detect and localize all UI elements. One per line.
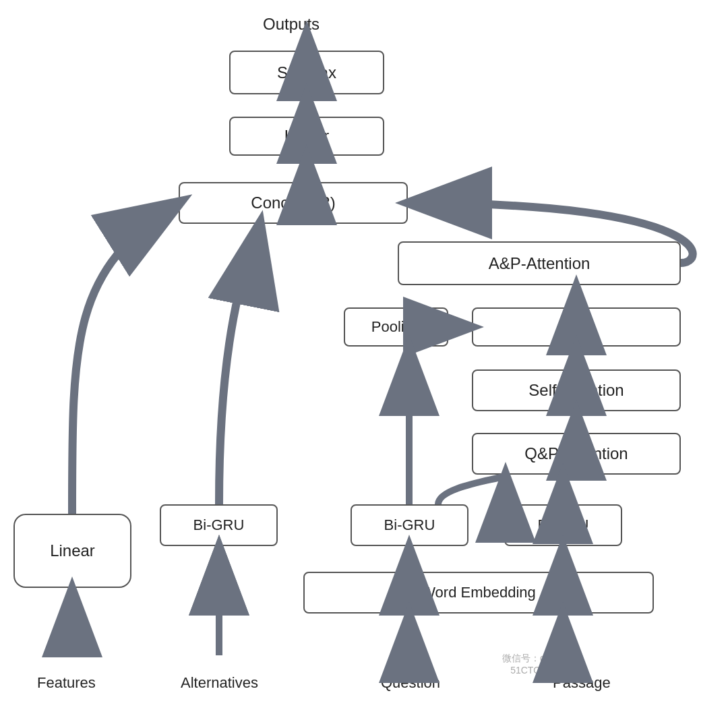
qp-attention-box: Q&P-Attention: [472, 433, 681, 475]
linear-left-box: Linear: [13, 514, 131, 588]
diagram-container: Outputs Softmax Linear Concat(1:2) A&P-A…: [0, 0, 728, 716]
question-label: Question: [381, 674, 440, 692]
gru-box: GRU: [472, 307, 681, 347]
outputs-label: Outputs: [263, 15, 320, 34]
alternatives-label: Alternatives: [181, 674, 258, 692]
features-label: Features: [37, 674, 96, 692]
ap-attention-box: A&P-Attention: [398, 241, 681, 285]
word-embedding-box: Word Embedding: [303, 572, 654, 614]
softmax-box: Softmax: [229, 51, 384, 94]
self-attention-box: Self Attention: [472, 369, 681, 411]
watermark-label: 微信号：datavx 51CTO博客: [502, 653, 568, 677]
linear-top-box: Linear: [229, 117, 384, 156]
concat-box: Concat(1:2): [179, 182, 408, 224]
bigru-p-box: Bi-GRU: [504, 504, 622, 546]
bigru-alt-box: Bi-GRU: [160, 504, 278, 546]
pooling-box: Pooling: [344, 307, 448, 347]
bigru-q-box: Bi-GRU: [351, 504, 468, 546]
